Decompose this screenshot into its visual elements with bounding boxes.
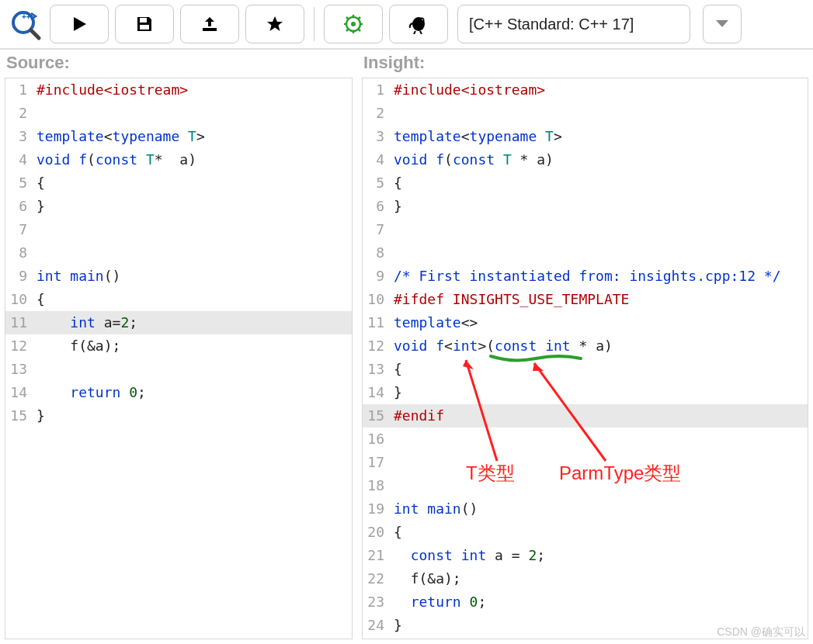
- code-line[interactable]: 5{: [363, 171, 808, 195]
- code-line[interactable]: 10{: [5, 288, 352, 311]
- code-content[interactable]: [391, 218, 808, 241]
- code-content[interactable]: #ifdef INSIGHTS_USE_TEMPLATE: [391, 288, 808, 311]
- code-content[interactable]: int main(): [33, 265, 352, 288]
- cpp-standard-select[interactable]: [C++ Standard: C++ 17]: [457, 5, 690, 43]
- code-line[interactable]: 9int main(): [5, 265, 352, 288]
- code-content[interactable]: {: [33, 171, 352, 195]
- code-line[interactable]: 20{: [363, 521, 808, 544]
- code-content[interactable]: void f(const T* a): [33, 148, 352, 171]
- line-number: 3: [5, 125, 33, 148]
- line-number: 13: [5, 358, 33, 381]
- code-line[interactable]: 3template<typename T>: [5, 125, 352, 148]
- code-line[interactable]: 1#include<iostream>: [363, 78, 808, 102]
- run-button[interactable]: [50, 5, 109, 43]
- code-content[interactable]: int main(): [391, 497, 808, 521]
- code-line[interactable]: 6}: [363, 195, 808, 218]
- toolbar-separator: [314, 7, 314, 41]
- panes-container: Source: 1#include<iostream>23template<ty…: [0, 50, 813, 644]
- insight-editor[interactable]: 1#include<iostream>23template<typename T…: [362, 78, 808, 639]
- code-line[interactable]: 22 f(&a);: [363, 567, 808, 590]
- code-content[interactable]: {: [391, 521, 808, 544]
- code-content[interactable]: [33, 218, 352, 241]
- code-line[interactable]: 8: [363, 241, 808, 265]
- code-content[interactable]: [33, 358, 352, 381]
- code-content[interactable]: int a=2;: [33, 311, 352, 334]
- code-line[interactable]: 2: [363, 102, 808, 125]
- code-line[interactable]: 12void f<int>(const int * a): [363, 334, 808, 358]
- settings-gear-button[interactable]: [324, 5, 383, 43]
- code-content[interactable]: /* First instantiated from: insights.cpp…: [391, 265, 808, 288]
- code-line[interactable]: 14}: [363, 381, 808, 404]
- code-line[interactable]: 15}: [5, 404, 352, 428]
- code-content[interactable]: }: [391, 381, 808, 404]
- star-button[interactable]: [245, 5, 304, 43]
- code-line[interactable]: 19int main(): [363, 497, 808, 521]
- code-line[interactable]: 3template<typename T>: [363, 125, 808, 148]
- code-line[interactable]: 14 return 0;: [5, 381, 352, 404]
- code-content[interactable]: return 0;: [33, 381, 352, 404]
- code-content[interactable]: [33, 241, 352, 265]
- code-content[interactable]: f(&a);: [33, 334, 352, 358]
- code-line[interactable]: 15#endif: [363, 404, 808, 428]
- code-content[interactable]: return 0;: [391, 590, 808, 614]
- code-line[interactable]: 16: [363, 428, 808, 451]
- line-number: 20: [363, 521, 391, 544]
- code-content[interactable]: }: [33, 195, 352, 218]
- code-line[interactable]: 13{: [363, 358, 808, 381]
- code-line[interactable]: 18: [363, 474, 808, 497]
- code-line[interactable]: 7: [363, 218, 808, 241]
- code-content[interactable]: #endif: [391, 404, 808, 428]
- code-content[interactable]: f(&a);: [391, 567, 808, 590]
- code-line[interactable]: 2: [5, 102, 352, 125]
- code-line[interactable]: 6}: [5, 195, 352, 218]
- code-line[interactable]: 21 const int a = 2;: [363, 544, 808, 567]
- code-content[interactable]: {: [33, 288, 352, 311]
- code-content[interactable]: {: [391, 171, 808, 195]
- code-content[interactable]: template<typename T>: [33, 125, 352, 148]
- code-line[interactable]: 10#ifdef INSIGHTS_USE_TEMPLATE: [363, 288, 808, 311]
- code-content[interactable]: }: [33, 404, 352, 428]
- code-line[interactable]: 1#include<iostream>: [5, 78, 352, 102]
- code-line[interactable]: 9/* First instantiated from: insights.cp…: [363, 265, 808, 288]
- code-line[interactable]: 4void f(const T * a): [363, 148, 808, 171]
- svg-text:++: ++: [22, 12, 31, 21]
- code-content[interactable]: [391, 102, 808, 125]
- line-number: 1: [363, 78, 391, 102]
- dropdown-caret-button[interactable]: [703, 5, 742, 43]
- code-content[interactable]: void f<int>(const int * a): [391, 334, 808, 358]
- code-line[interactable]: 4void f(const T* a): [5, 148, 352, 171]
- code-content[interactable]: [391, 474, 808, 497]
- line-number: 7: [5, 218, 33, 241]
- upload-button[interactable]: [180, 5, 239, 43]
- svg-line-20: [420, 31, 422, 34]
- code-line[interactable]: 13: [5, 358, 352, 381]
- bird-button[interactable]: [389, 5, 448, 43]
- code-content[interactable]: [391, 241, 808, 265]
- code-content[interactable]: {: [391, 358, 808, 381]
- code-content[interactable]: }: [391, 195, 808, 218]
- line-number: 12: [363, 334, 391, 358]
- code-line[interactable]: 23 return 0;: [363, 590, 808, 614]
- code-content[interactable]: template<>: [391, 311, 808, 334]
- save-button[interactable]: [115, 5, 174, 43]
- code-content[interactable]: #include<iostream>: [33, 78, 352, 102]
- code-line[interactable]: 12 f(&a);: [5, 334, 352, 358]
- code-line[interactable]: 5{: [5, 171, 352, 195]
- source-editor[interactable]: 1#include<iostream>23template<typename T…: [5, 78, 353, 639]
- code-content[interactable]: #include<iostream>: [391, 78, 808, 102]
- code-content[interactable]: template<typename T>: [391, 125, 808, 148]
- code-content[interactable]: void f(const T * a): [391, 148, 808, 171]
- code-content[interactable]: [391, 428, 808, 451]
- code-content[interactable]: const int a = 2;: [391, 544, 808, 567]
- svg-rect-5: [203, 28, 217, 31]
- code-line[interactable]: 8: [5, 241, 352, 265]
- code-line[interactable]: 7: [5, 218, 352, 241]
- code-content[interactable]: [391, 451, 808, 474]
- line-number: 6: [5, 195, 33, 218]
- code-line[interactable]: 17: [363, 451, 808, 474]
- code-content[interactable]: [33, 102, 352, 125]
- line-number: 2: [363, 102, 391, 125]
- code-line[interactable]: 11 int a=2;: [5, 311, 352, 334]
- line-number: 16: [363, 428, 391, 451]
- code-line[interactable]: 11template<>: [363, 311, 808, 334]
